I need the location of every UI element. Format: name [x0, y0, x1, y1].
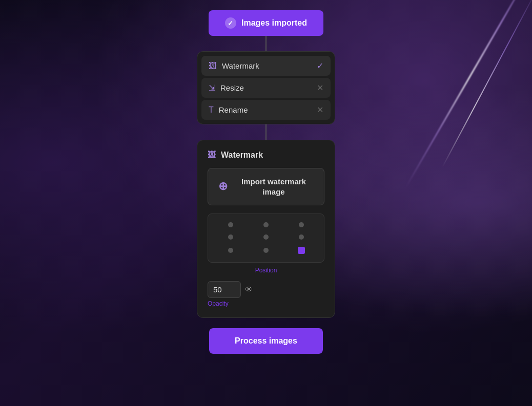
watermark-step[interactable]: 🖼 Watermark ✓ [201, 56, 331, 76]
rename-step-icon: T [209, 105, 214, 115]
position-dot-bc[interactable] [263, 248, 269, 253]
images-imported-label: Images imported [241, 18, 307, 28]
watermark-detail-title: Watermark [221, 151, 263, 160]
watermark-step-icon: 🖼 [209, 61, 217, 71]
images-imported-button[interactable]: ✓ Images imported [209, 10, 323, 36]
rename-step-label: Rename [219, 105, 248, 114]
position-dot-tc[interactable] [263, 222, 269, 227]
opacity-label: Opacity [208, 300, 324, 307]
position-dot-mc[interactable] [263, 234, 269, 240]
resize-step-label: Resize [220, 83, 244, 92]
import-watermark-label: Import watermark image [234, 177, 314, 197]
connector-line [265, 36, 267, 51]
rename-step-status: ✕ [317, 105, 323, 115]
eye-icon[interactable]: 👁 [245, 285, 253, 294]
position-grid [216, 222, 316, 254]
watermark-step-label: Watermark [222, 61, 259, 70]
position-label: Position [208, 267, 324, 274]
watermark-step-status: ✓ [317, 61, 323, 71]
import-watermark-button[interactable]: ⊕ Import watermark image [208, 168, 324, 205]
rename-step[interactable]: T Rename ✕ [201, 100, 331, 120]
opacity-input[interactable] [208, 281, 241, 298]
connector-line-2 [265, 124, 267, 140]
resize-step-status: ✕ [317, 83, 323, 93]
position-dot-mr[interactable] [299, 234, 304, 240]
steps-card: 🖼 Watermark ✓ ⇲ Resize ✕ T Rename ✕ [197, 51, 335, 124]
position-dot-tl[interactable] [228, 222, 233, 227]
process-images-label: Process images [235, 336, 297, 345]
position-container [208, 213, 324, 263]
opacity-row: 👁 [208, 281, 324, 298]
process-images-button[interactable]: Process images [209, 328, 323, 354]
resize-step[interactable]: ⇲ Resize ✕ [201, 78, 331, 98]
position-dot-bl[interactable] [228, 248, 233, 253]
position-dot-br[interactable] [298, 247, 305, 254]
resize-step-icon: ⇲ [209, 83, 215, 93]
position-dot-ml[interactable] [228, 234, 233, 240]
watermark-detail-card: 🖼 Watermark ⊕ Import watermark image Pos… [197, 140, 335, 318]
position-dot-tr[interactable] [299, 222, 304, 227]
watermark-detail-icon: 🖼 [208, 151, 216, 160]
import-plus-icon: ⊕ [218, 179, 228, 194]
check-circle-icon: ✓ [225, 17, 236, 29]
